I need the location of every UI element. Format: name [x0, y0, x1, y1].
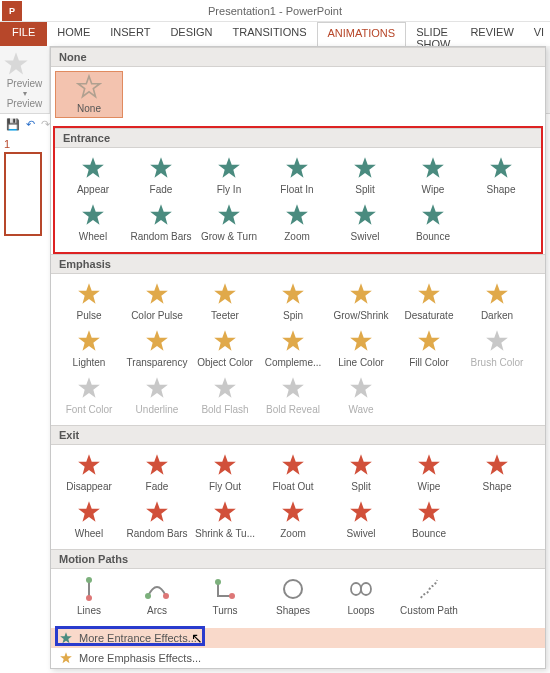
effect-loops[interactable]: Loops — [327, 573, 395, 620]
more-emphasis-effects[interactable]: More Emphasis Effects... — [51, 648, 545, 668]
effect-split[interactable]: Split — [327, 449, 395, 496]
effect-font-color[interactable]: Font Color — [55, 372, 123, 419]
effect-arcs[interactable]: Arcs — [123, 573, 191, 620]
effect-label: Fly Out — [191, 481, 259, 492]
more-exit-effects[interactable]: More Exit Effects... — [51, 668, 545, 669]
tab-review[interactable]: REVIEW — [460, 22, 523, 46]
svg-marker-42 — [146, 501, 168, 522]
effect-swivel[interactable]: Swivel — [327, 496, 395, 543]
more-emphasis-label: More Emphasis Effects... — [79, 652, 201, 664]
effect-custom-path[interactable]: Custom Path — [395, 573, 463, 620]
effect-fly-in[interactable]: Fly In — [195, 152, 263, 199]
effect-appear[interactable]: Appear — [59, 152, 127, 199]
tab-home[interactable]: HOME — [47, 22, 100, 46]
effect-label: Shape — [467, 184, 535, 195]
effect-object-color[interactable]: Object Color — [191, 325, 259, 372]
tab-file[interactable]: FILE — [0, 22, 47, 46]
effect-shape[interactable]: Shape — [463, 449, 531, 496]
effect-star-icon — [75, 73, 103, 101]
svg-marker-28 — [486, 330, 508, 351]
svg-marker-29 — [78, 377, 100, 398]
section-header-entrance: Entrance — [55, 128, 541, 148]
effect-label: Wheel — [59, 231, 127, 242]
tab-view[interactable]: VI — [524, 22, 550, 46]
effect-star-icon — [211, 451, 239, 479]
effect-grow-shrink[interactable]: Grow/Shrink — [327, 278, 395, 325]
effect-fade[interactable]: Fade — [123, 449, 191, 496]
effect-shapes[interactable]: Shapes — [259, 573, 327, 620]
effect-label: Fade — [123, 481, 191, 492]
effect-label: Random Bars — [127, 231, 195, 242]
effect-split[interactable]: Split — [331, 152, 399, 199]
svg-marker-55 — [60, 632, 72, 643]
effect-color-pulse[interactable]: Color Pulse — [123, 278, 191, 325]
effect-fade[interactable]: Fade — [127, 152, 195, 199]
effect-wave[interactable]: Wave — [327, 372, 395, 419]
svg-marker-1 — [78, 76, 100, 97]
more-entrance-effects[interactable]: More Entrance Effects... — [51, 628, 545, 648]
effect-float-out[interactable]: Float Out — [259, 449, 327, 496]
effect-label: Loops — [327, 605, 395, 616]
effect-pulse[interactable]: Pulse — [55, 278, 123, 325]
effect-line-color[interactable]: Line Color — [327, 325, 395, 372]
effect-bold-flash[interactable]: Bold Flash — [191, 372, 259, 419]
effect-shape[interactable]: Shape — [467, 152, 535, 199]
effect-desaturate[interactable]: Desaturate — [395, 278, 463, 325]
save-icon[interactable]: 💾 — [6, 118, 20, 131]
effect-shrink-tu-[interactable]: Shrink & Tu... — [191, 496, 259, 543]
effect-grow-turn[interactable]: Grow & Turn — [195, 199, 263, 246]
effect-random-bars[interactable]: Random Bars — [127, 199, 195, 246]
effect-label: Teeter — [191, 310, 259, 321]
effect-underline[interactable]: Underline — [123, 372, 191, 419]
tab-insert[interactable]: INSERT — [100, 22, 160, 46]
effect-compleme-[interactable]: Compleme... — [259, 325, 327, 372]
effect-star-icon — [419, 154, 447, 182]
effect-bounce[interactable]: Bounce — [395, 496, 463, 543]
effect-label: Turns — [191, 605, 259, 616]
effect-teeter[interactable]: Teeter — [191, 278, 259, 325]
effect-bold-reveal[interactable]: Bold Reveal — [259, 372, 327, 419]
preview-group[interactable]: Preview ▾ Preview — [0, 46, 50, 113]
undo-icon[interactable]: ↶ — [26, 118, 35, 131]
effect-wipe[interactable]: Wipe — [395, 449, 463, 496]
effect-turns[interactable]: Turns — [191, 573, 259, 620]
effect-transparency[interactable]: Transparency — [123, 325, 191, 372]
svg-marker-13 — [354, 204, 376, 225]
effect-label: Swivel — [327, 528, 395, 539]
effect-disappear[interactable]: Disappear — [55, 449, 123, 496]
effect-lighten[interactable]: Lighten — [55, 325, 123, 372]
effect-swivel[interactable]: Swivel — [331, 199, 399, 246]
slide-thumbnail[interactable] — [4, 152, 42, 236]
effect-bounce[interactable]: Bounce — [399, 199, 467, 246]
effect-brush-color[interactable]: Brush Color — [463, 325, 531, 372]
effect-zoom[interactable]: Zoom — [259, 496, 327, 543]
effect-label: Bounce — [399, 231, 467, 242]
tab-slideshow[interactable]: SLIDE SHOW — [406, 22, 460, 46]
effect-label: Disappear — [55, 481, 123, 492]
effect-wheel[interactable]: Wheel — [59, 199, 127, 246]
effect-fly-out[interactable]: Fly Out — [191, 449, 259, 496]
effect-label: Zoom — [259, 528, 327, 539]
svg-marker-22 — [78, 330, 100, 351]
effect-wheel[interactable]: Wheel — [55, 496, 123, 543]
preview-star-icon — [2, 50, 30, 78]
effect-float-in[interactable]: Float In — [263, 152, 331, 199]
title-bar: P Presentation1 - PowerPoint — [0, 0, 550, 22]
redo-icon[interactable]: ↷ — [41, 118, 50, 131]
effect-fill-color[interactable]: Fill Color — [395, 325, 463, 372]
tab-animations[interactable]: ANIMATIONS — [317, 22, 407, 46]
tab-design[interactable]: DESIGN — [160, 22, 222, 46]
slide-thumbnail-panel: 1 — [4, 138, 44, 236]
preview-sublabel: Preview — [2, 98, 47, 109]
tab-transitions[interactable]: TRANSITIONS — [223, 22, 317, 46]
effect-star-icon — [415, 280, 443, 308]
effect-random-bars[interactable]: Random Bars — [123, 496, 191, 543]
effect-label: Compleme... — [259, 357, 327, 368]
effect-spin[interactable]: Spin — [259, 278, 327, 325]
effect-wipe[interactable]: Wipe — [399, 152, 467, 199]
svg-marker-40 — [486, 454, 508, 475]
effect-zoom[interactable]: Zoom — [263, 199, 331, 246]
effect-none[interactable]: None — [55, 71, 123, 118]
effect-darken[interactable]: Darken — [463, 278, 531, 325]
effect-lines[interactable]: Lines — [55, 573, 123, 620]
